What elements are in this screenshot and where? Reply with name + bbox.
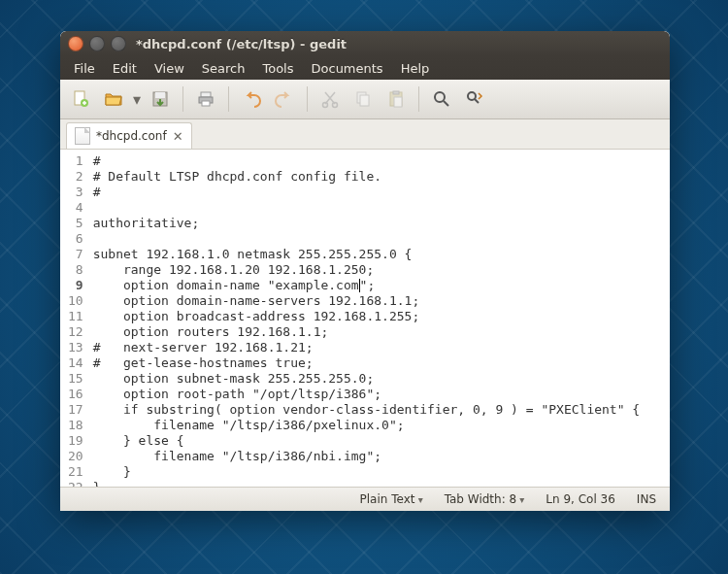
code-line[interactable]: filename "/ltsp/i386/nbi.img"; <box>93 449 641 464</box>
line-number: 3 <box>68 185 83 200</box>
find-replace-button[interactable] <box>460 84 489 114</box>
open-recent-dropdown[interactable]: ▾ <box>132 90 142 109</box>
line-number: 18 <box>68 418 83 433</box>
open-folder-icon <box>104 89 123 109</box>
menu-tools[interactable]: Tools <box>254 59 301 78</box>
line-number: 9 <box>68 278 83 293</box>
code-line[interactable]: if substring( option vendor-class-identi… <box>93 402 641 418</box>
undo-button[interactable] <box>237 84 266 114</box>
code-line[interactable]: option routers 192.168.1.1; <box>93 324 641 340</box>
tab-width-dropdown[interactable]: Tab Width: 8 <box>445 492 525 506</box>
code-line[interactable]: } else { <box>93 433 641 449</box>
svg-rect-12 <box>393 91 399 94</box>
undo-icon <box>242 89 261 109</box>
line-number: 1 <box>68 153 83 169</box>
toolbar-separator <box>228 86 229 112</box>
print-button[interactable] <box>191 84 220 114</box>
new-file-icon <box>71 89 90 109</box>
menu-file[interactable]: File <box>66 59 103 78</box>
window-title: *dhcpd.conf (/etc/ltsp) - gedit <box>136 37 347 51</box>
code-line[interactable]: option domain-name "example.com"; <box>93 278 641 293</box>
code-line[interactable]: # Default LTSP dhcpd.conf config file. <box>93 169 641 185</box>
code-line[interactable]: } <box>93 464 641 480</box>
line-number: 21 <box>68 464 83 480</box>
code-line[interactable]: # get-lease-hostnames true; <box>93 355 641 371</box>
close-tab-icon[interactable]: ✕ <box>173 129 183 144</box>
tab-label: *dhcpd.conf <box>96 129 167 143</box>
insert-mode[interactable]: INS <box>637 492 656 506</box>
svg-point-7 <box>323 103 328 108</box>
menu-documents[interactable]: Documents <box>304 59 391 78</box>
code-line[interactable]: authoritative; <box>93 216 641 231</box>
svg-rect-13 <box>394 97 402 107</box>
cursor-position: Ln 9, Col 36 <box>546 492 615 506</box>
save-icon <box>150 89 170 109</box>
line-number: 20 <box>68 449 83 464</box>
search-icon <box>432 89 451 109</box>
text-caret <box>359 279 360 292</box>
copy-icon <box>353 89 373 109</box>
toolbar-separator <box>418 86 419 112</box>
save-button[interactable] <box>146 84 175 114</box>
menu-view[interactable]: View <box>147 59 192 78</box>
find-button[interactable] <box>427 84 456 114</box>
code-line[interactable]: # <box>93 185 641 200</box>
gedit-window: *dhcpd.conf (/etc/ltsp) - gedit File Edi… <box>60 31 670 511</box>
svg-point-15 <box>468 92 476 100</box>
code-line[interactable]: subnet 192.168.1.0 netmask 255.255.255.0… <box>93 247 641 262</box>
code-line[interactable]: filename "/ltsp/i386/pxelinux.0"; <box>93 418 641 433</box>
menu-edit[interactable]: Edit <box>105 59 145 78</box>
search-replace-icon <box>465 89 484 109</box>
code-line[interactable]: # next-server 192.168.1.21; <box>93 340 641 355</box>
menu-help[interactable]: Help <box>393 59 438 78</box>
code-line[interactable]: option domain-name-servers 192.168.1.1; <box>93 293 641 309</box>
svg-rect-10 <box>360 95 369 106</box>
cut-icon <box>320 89 340 109</box>
svg-rect-4 <box>201 92 211 97</box>
paste-button[interactable] <box>381 84 411 114</box>
open-file-button[interactable] <box>99 84 128 114</box>
code-line[interactable]: option root-path "/opt/ltsp/i386"; <box>93 387 641 402</box>
line-number: 16 <box>68 387 83 402</box>
menu-search[interactable]: Search <box>194 59 253 78</box>
code-line[interactable]: # <box>93 153 641 169</box>
toolbar-separator <box>182 86 183 112</box>
document-icon <box>75 127 90 145</box>
code-area[interactable]: ## Default LTSP dhcpd.conf config file.#… <box>89 150 641 487</box>
editor[interactable]: 12345678910111213141516171819202122 ## D… <box>60 150 670 487</box>
line-number: 17 <box>68 402 83 418</box>
code-line[interactable]: } <box>93 480 641 487</box>
line-number: 12 <box>68 324 83 340</box>
line-number: 22 <box>68 480 83 487</box>
line-number: 4 <box>68 200 83 216</box>
redo-button[interactable] <box>270 84 299 114</box>
minimize-icon[interactable] <box>89 36 105 51</box>
line-number: 15 <box>68 371 83 387</box>
code-line[interactable]: range 192.168.1.20 192.168.1.250; <box>93 262 641 278</box>
line-number: 10 <box>68 293 83 309</box>
cut-button[interactable] <box>315 84 345 114</box>
line-number: 2 <box>68 169 83 185</box>
line-number: 5 <box>68 216 83 231</box>
close-icon[interactable] <box>68 36 83 51</box>
redo-icon <box>275 89 294 109</box>
line-number: 11 <box>68 309 83 324</box>
code-line[interactable]: option broadcast-address 192.168.1.255; <box>93 309 641 324</box>
toolbar: ▾ <box>60 80 670 119</box>
code-line[interactable]: option subnet-mask 255.255.255.0; <box>93 371 641 387</box>
code-line[interactable] <box>93 231 641 247</box>
titlebar[interactable]: *dhcpd.conf (/etc/ltsp) - gedit <box>60 31 670 56</box>
menubar: File Edit View Search Tools Documents He… <box>60 56 670 80</box>
tabbar: *dhcpd.conf ✕ <box>60 119 670 150</box>
new-file-button[interactable] <box>66 84 95 114</box>
line-number: 8 <box>68 262 83 278</box>
line-number-gutter: 12345678910111213141516171819202122 <box>60 150 89 487</box>
tab-file[interactable]: *dhcpd.conf ✕ <box>66 122 192 149</box>
line-number: 13 <box>68 340 83 355</box>
code-line[interactable] <box>93 200 641 216</box>
maximize-icon[interactable] <box>111 36 126 51</box>
copy-button[interactable] <box>348 84 378 114</box>
syntax-dropdown[interactable]: Plain Text <box>360 492 423 506</box>
svg-rect-6 <box>202 101 210 106</box>
statusbar: Plain Text Tab Width: 8 Ln 9, Col 36 INS <box>60 487 670 511</box>
